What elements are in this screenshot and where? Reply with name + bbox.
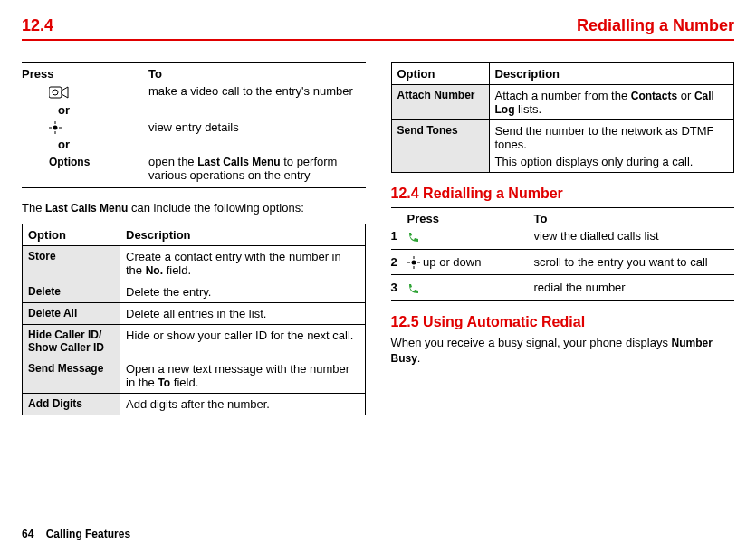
step-row: 3 redial the number bbox=[391, 279, 735, 297]
svg-point-2 bbox=[53, 90, 58, 95]
chapter-title: Calling Features bbox=[46, 528, 130, 540]
rule bbox=[391, 207, 735, 208]
table-row: Attach Number Attach a number from the C… bbox=[391, 85, 734, 120]
nav-dot-icon bbox=[49, 121, 62, 134]
step-row: 1 view the dialled calls list bbox=[391, 227, 735, 245]
table-row: Add Digits Add digits after the number. bbox=[23, 394, 366, 415]
or-label: or bbox=[22, 101, 366, 119]
page-header: 12.4 Redialling a Number bbox=[22, 16, 734, 37]
to-label: To bbox=[148, 67, 162, 81]
table-row: Hide Caller ID/ Show Caller ID Hide or s… bbox=[23, 325, 366, 358]
rule bbox=[391, 274, 735, 275]
page-footer: 64 Calling Features bbox=[22, 528, 130, 540]
action-row: make a video call to the entry's number bbox=[22, 82, 366, 101]
options-key: Options bbox=[49, 156, 90, 168]
press-label: Press bbox=[22, 67, 148, 81]
press-to-header: Press To bbox=[22, 67, 366, 82]
press-to-header: Press To bbox=[391, 212, 735, 227]
table-row: Send Tones Send the number to the networ… bbox=[391, 120, 734, 173]
col-description: Description bbox=[489, 63, 734, 85]
to-label: To bbox=[534, 212, 548, 225]
nav-dot-icon bbox=[407, 256, 420, 269]
video-call-icon bbox=[49, 85, 69, 100]
table-row: Delete All Delete all entries in the lis… bbox=[23, 303, 366, 325]
table-row: Delete Delete the entry. bbox=[23, 281, 366, 303]
right-column: Option Description Attach Number Attach … bbox=[391, 59, 735, 415]
press-label: Press bbox=[407, 212, 534, 225]
col-option: Option bbox=[23, 224, 120, 246]
action-desc: make a video call to the entry's number bbox=[148, 84, 366, 100]
action-desc: view entry details bbox=[148, 120, 366, 135]
options-table: Option Description Attach Number Attach … bbox=[391, 62, 735, 173]
left-column: Press To make a video call to the entry'… bbox=[22, 59, 366, 415]
table-header-row: Option Description bbox=[391, 63, 734, 85]
table-header-row: Option Description bbox=[23, 224, 366, 246]
section-12-4-title: 12.4 Redialling a Number bbox=[391, 186, 735, 202]
rule bbox=[391, 300, 735, 301]
col-description: Description bbox=[120, 224, 366, 246]
intro-text: The Last Calls Menu can include the foll… bbox=[22, 201, 366, 216]
col-option: Option bbox=[391, 63, 489, 85]
action-row: Options open the Last Calls Menu to perf… bbox=[22, 153, 366, 184]
section-12-5-title: 12.5 Using Automatic Redial bbox=[391, 314, 735, 330]
table-row: Send Message Open a new text message wit… bbox=[23, 358, 366, 394]
content-columns: Press To make a video call to the entry'… bbox=[22, 59, 734, 415]
action-desc: open the Last Calls Menu to perform vari… bbox=[148, 155, 366, 182]
call-icon bbox=[407, 231, 420, 243]
section-title: Redialling a Number bbox=[577, 16, 734, 35]
rule bbox=[22, 187, 366, 188]
section-12-5-body: When you receive a busy signal, your pho… bbox=[391, 336, 735, 367]
or-label: or bbox=[22, 136, 366, 153]
options-table: Option Description Store Create a contac… bbox=[22, 224, 366, 415]
svg-point-8 bbox=[411, 261, 416, 265]
step-row: 2 up or down scroll to the entry you wan… bbox=[391, 253, 735, 272]
rule bbox=[391, 249, 735, 250]
svg-point-3 bbox=[53, 126, 58, 130]
page-number: 64 bbox=[22, 528, 33, 540]
header-rule bbox=[22, 39, 734, 41]
svg-marker-1 bbox=[62, 87, 68, 98]
action-row: view entry details bbox=[22, 119, 366, 137]
section-number: 12.4 bbox=[22, 16, 53, 35]
call-icon bbox=[407, 282, 420, 295]
svg-rect-0 bbox=[49, 87, 62, 98]
table-row: Store Create a contact entry with the nu… bbox=[23, 246, 366, 281]
rule bbox=[22, 62, 366, 63]
